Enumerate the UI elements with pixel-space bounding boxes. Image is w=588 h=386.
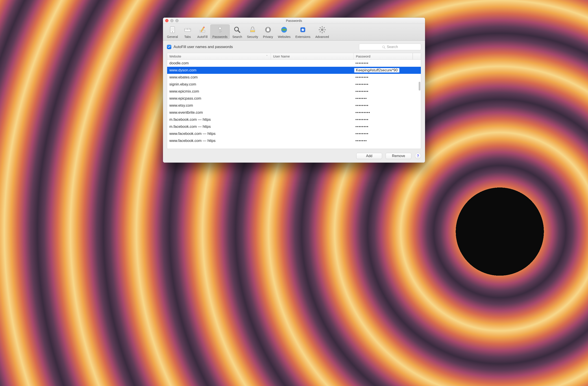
autofill-checkbox[interactable] [167, 45, 171, 49]
svg-line-33 [384, 48, 385, 48]
remove-button[interactable]: Remove [386, 153, 411, 159]
cell-website: signin.ebay.com [167, 82, 271, 86]
table-row[interactable]: www.etsy.com•••••••• [167, 102, 421, 109]
scrollbar-thumb[interactable] [419, 82, 420, 90]
cell-website: www.eventbrite.com [167, 110, 271, 115]
cell-password: ••••••••• [353, 110, 421, 115]
svg-text:−: − [186, 28, 187, 30]
svg-point-10 [219, 28, 221, 29]
table-row[interactable]: www.eventbrite.com••••••••• [167, 109, 421, 116]
sort-ascending-icon: ˄ [266, 55, 268, 58]
window-controls [165, 19, 179, 22]
cell-password: •••••••• [353, 89, 421, 94]
titlebar[interactable]: Passwords [163, 18, 425, 23]
add-button[interactable]: Add [356, 153, 382, 159]
tab-autofill[interactable]: AutoFill [195, 24, 210, 39]
tab-tabs[interactable]: −+ Tabs [181, 24, 195, 39]
table-row[interactable]: www.facebook.com — https••••••• [167, 137, 421, 144]
cell-website: m.facebook.com — https [167, 125, 271, 129]
table-row[interactable]: www.epicpass.com••••••• [167, 95, 421, 102]
tab-general[interactable]: General [165, 24, 180, 39]
svg-rect-1 [171, 27, 174, 31]
table-row[interactable]: www.ebates.com•••••••• [167, 74, 421, 81]
zoom-button[interactable] [175, 19, 179, 22]
cell-website: www.facebook.com — https [167, 131, 271, 136]
cell-website: doodle.com [167, 61, 271, 65]
autofill-checkbox-row[interactable]: AutoFill user names and passwords [167, 45, 233, 49]
tab-websites[interactable]: Websites [276, 24, 293, 39]
tab-label: Websites [278, 35, 291, 39]
table-row[interactable]: www.epicmix.com•••••••• [167, 88, 421, 95]
svg-rect-11 [220, 29, 220, 32]
tab-label: Passwords [212, 35, 228, 39]
svg-rect-12 [220, 31, 222, 32]
cell-website: www.dyson.com [167, 68, 271, 72]
table-row[interactable]: m.facebook.com — https•••••••• [167, 123, 421, 130]
window-title: Passwords [286, 19, 302, 22]
cell-password[interactable]: Keeping#stuff2secure*90 [353, 68, 421, 72]
content-area: AutoFill user names and passwords Search… [163, 41, 425, 163]
cell-website: www.etsy.com [167, 103, 271, 108]
svg-rect-20 [268, 27, 269, 29]
table-row[interactable]: www.facebook.com — https•••••••• [167, 130, 421, 137]
cell-password: ••••••• [353, 96, 421, 101]
passwords-table: Website ˄ User Name Password doodle.com•… [167, 53, 421, 149]
cell-website: m.facebook.com — https [167, 117, 271, 122]
cell-password: •••••••• [353, 75, 421, 80]
advanced-icon [318, 25, 327, 34]
tab-extensions[interactable]: Extensions [293, 24, 313, 39]
column-header-username[interactable]: User Name [271, 53, 354, 60]
cell-website: www.facebook.com — https [167, 139, 271, 143]
scrollbar-header [413, 53, 421, 60]
minimize-button[interactable] [170, 19, 173, 22]
general-icon [168, 25, 177, 34]
cell-password: •••••••• [353, 125, 421, 129]
tabs-icon: −+ [183, 25, 192, 34]
tab-passwords[interactable]: Passwords [210, 24, 230, 39]
tab-security[interactable]: Security [245, 24, 260, 39]
table-row[interactable]: m.facebook.com — https•••••••• [167, 116, 421, 123]
autofill-icon [198, 25, 207, 34]
privacy-icon [264, 25, 273, 34]
table-row[interactable]: doodle.com•••••••• [167, 60, 421, 67]
close-button[interactable] [165, 19, 168, 22]
preferences-window: Passwords General −+ Tabs AutoFill [163, 18, 425, 163]
tab-advanced[interactable]: Advanced [313, 24, 331, 39]
tab-privacy[interactable]: Privacy [261, 24, 275, 39]
tab-label: AutoFill [197, 35, 208, 39]
help-button[interactable]: ? [415, 153, 421, 159]
tab-label: Extensions [295, 35, 310, 39]
cell-password: •••••••• [353, 117, 421, 122]
column-header-website[interactable]: Website ˄ [167, 53, 271, 60]
tab-search[interactable]: Search [230, 24, 244, 39]
cell-website: www.epicmix.com [167, 89, 271, 94]
column-header-password[interactable]: Password [354, 53, 413, 60]
passwords-icon [216, 25, 224, 34]
autofill-checkbox-label: AutoFill user names and passwords [173, 45, 233, 49]
table-row[interactable]: signin.ebay.com•••••••• [167, 81, 421, 88]
svg-rect-16 [251, 31, 255, 31]
websites-icon [280, 25, 289, 34]
search-input[interactable]: Search [359, 44, 421, 50]
cell-password: ••••••• [353, 139, 421, 143]
svg-line-31 [324, 27, 325, 28]
table-body[interactable]: doodle.com••••••••www.dyson.comKeeping#s… [167, 60, 421, 149]
cell-password: •••••••• [353, 61, 421, 65]
preferences-toolbar: General −+ Tabs AutoFill Passwords [163, 23, 425, 41]
svg-line-28 [320, 27, 321, 28]
table-row[interactable]: www.dyson.comKeeping#stuff2secure*90 [167, 67, 421, 74]
security-icon [248, 25, 257, 34]
svg-text:+: + [189, 28, 190, 30]
tab-label: Search [232, 35, 242, 39]
extensions-icon [298, 25, 307, 34]
search-icon [382, 45, 385, 49]
tab-label: Privacy [263, 35, 273, 39]
svg-rect-2 [172, 31, 173, 32]
svg-line-30 [320, 31, 321, 32]
cell-password: •••••••• [353, 82, 421, 86]
svg-line-29 [324, 31, 325, 32]
search-icon [233, 25, 242, 34]
svg-line-14 [238, 31, 240, 32]
cell-website: www.epicpass.com [167, 96, 271, 101]
svg-point-23 [321, 28, 323, 31]
